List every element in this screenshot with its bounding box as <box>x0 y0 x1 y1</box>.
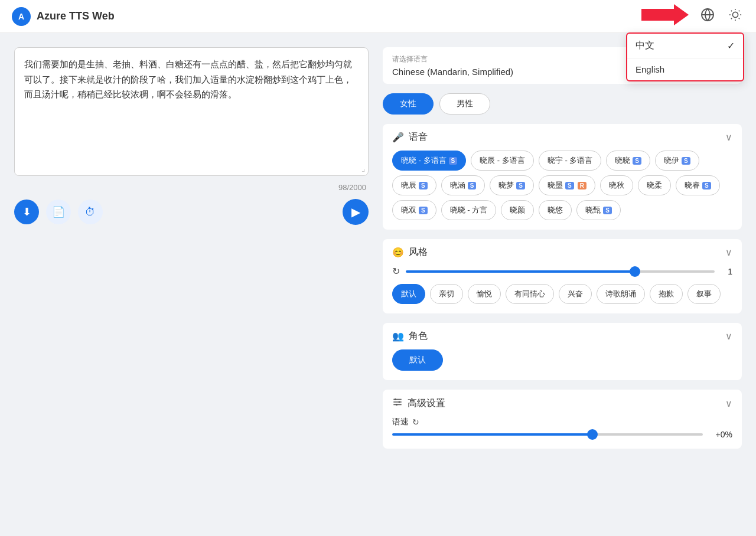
header-right: 中文 ✓ English <box>641 4 744 28</box>
toolbar: ⬇ 📄 ⏱ ▶ <box>14 199 369 225</box>
voice-label-15: 晓悠 <box>548 205 563 215</box>
speed-reset-icon[interactable]: ↻ <box>412 417 419 427</box>
svg-point-15 <box>399 401 400 403</box>
style-chevron-icon: ∨ <box>725 247 732 258</box>
main-content: 我们需要加的是生抽、老抽、料酒、白糖还有一点点的醋、盐，然后把它翻炒均匀就可以了… <box>0 33 756 463</box>
voice-label-9: 晓秋 <box>609 180 624 191</box>
voice-section-body: 晓晓 - 多语言S晓辰 - 多语言晓宇 - 多语言晓晓S晓伊S晓辰S晓涵S晓梦S… <box>383 151 742 230</box>
voice-button-15[interactable]: 晓悠 <box>539 200 572 220</box>
language-selected[interactable]: 中文 ✓ <box>627 34 743 58</box>
copy-button[interactable]: 📄 <box>46 200 71 224</box>
style-button-2[interactable]: 愉悦 <box>468 284 501 304</box>
advanced-section-body: 语速 ↻ +0% <box>383 417 742 449</box>
svg-line-6 <box>739 18 739 19</box>
advanced-section-header[interactable]: 高级设置 ∨ <box>383 390 742 417</box>
selected-lang-label: 中文 <box>636 40 654 52</box>
download-icon: ⬇ <box>22 205 31 218</box>
role-section-header[interactable]: 👥 角色 ∨ <box>383 323 742 349</box>
voice-button-10[interactable]: 晓柔 <box>638 175 671 195</box>
style-button-3[interactable]: 有同情心 <box>506 284 554 304</box>
badge-s-8: S <box>565 182 574 189</box>
style-intensity-slider[interactable] <box>406 270 715 273</box>
voice-button-5[interactable]: 晓辰S <box>392 175 436 195</box>
timer-button[interactable]: ⏱ <box>78 200 103 224</box>
style-button-4[interactable]: 兴奋 <box>559 284 592 304</box>
language-icon-button[interactable] <box>698 5 717 28</box>
voice-button-4[interactable]: 晓伊S <box>655 151 699 171</box>
lang-option-english[interactable]: English <box>627 58 743 80</box>
style-section-header[interactable]: 😊 风格 ∨ <box>383 239 742 266</box>
role-default-button[interactable]: 默认 <box>392 349 443 371</box>
role-chevron-icon: ∨ <box>725 331 732 342</box>
voice-button-11[interactable]: 晓睿S <box>676 175 720 195</box>
svg-line-9 <box>731 18 732 19</box>
voice-button-3[interactable]: 晓晓S <box>606 151 650 171</box>
badge-0: S <box>449 157 458 165</box>
voice-button-13[interactable]: 晓晓 - 方言 <box>441 200 497 220</box>
gender-row: 女性 男性 <box>383 93 742 115</box>
voice-button-16[interactable]: 晓甄S <box>576 200 621 220</box>
style-button-5[interactable]: 诗歌朗诵 <box>597 284 645 304</box>
voice-label-8: 晓墨 <box>548 180 563 191</box>
svg-point-2 <box>732 12 738 17</box>
role-section-body: 默认 <box>383 349 742 380</box>
voice-grid: 晓晓 - 多语言S晓辰 - 多语言晓宇 - 多语言晓晓S晓伊S晓辰S晓涵S晓梦S… <box>392 151 732 220</box>
play-icon: ▶ <box>351 205 360 219</box>
voice-button-6[interactable]: 晓涵S <box>441 175 485 195</box>
voice-button-7[interactable]: 晓梦S <box>490 175 534 195</box>
voice-button-2[interactable]: 晓宇 - 多语言 <box>539 151 602 171</box>
voice-label-0: 晓晓 - 多语言 <box>401 155 447 166</box>
role-section: 👥 角色 ∨ 默认 <box>383 323 742 380</box>
text-input[interactable]: 我们需要加的是生抽、老抽、料酒、白糖还有一点点的醋、盐，然后把它翻炒均匀就可以了… <box>24 57 359 164</box>
style-button-0[interactable]: 默认 <box>392 284 425 304</box>
arrow-icon <box>641 4 689 28</box>
style-reset-icon[interactable]: ↻ <box>392 266 400 277</box>
badge-12: S <box>419 207 428 214</box>
copy-icon: 📄 <box>52 205 65 218</box>
language-dropdown: 中文 ✓ English <box>626 32 744 81</box>
female-gender-button[interactable]: 女性 <box>383 93 434 115</box>
badge-6: S <box>468 182 477 189</box>
badge-3: S <box>633 157 641 165</box>
speed-slider[interactable] <box>392 433 703 436</box>
emoji-icon: 😊 <box>392 247 404 258</box>
voice-title-text: 语音 <box>409 131 428 143</box>
play-button[interactable]: ▶ <box>343 199 369 225</box>
style-section-body: ↻ 1 默认亲切愉悦有同情心兴奋诗歌朗诵抱歉叙事 <box>383 266 742 313</box>
checkmark-icon: ✓ <box>727 40 735 51</box>
voice-button-8[interactable]: 晓墨SR <box>539 175 595 195</box>
speed-value: +0% <box>709 430 732 439</box>
voice-button-14[interactable]: 晓颜 <box>501 200 534 220</box>
voice-label-16: 晓甄 <box>585 205 601 215</box>
download-button[interactable]: ⬇ <box>14 200 39 224</box>
voice-button-0[interactable]: 晓晓 - 多语言S <box>392 151 466 171</box>
role-section-title: 👥 角色 <box>392 330 428 342</box>
badge-5: S <box>419 182 428 189</box>
voice-button-1[interactable]: 晓辰 - 多语言 <box>471 151 534 171</box>
male-gender-button[interactable]: 男性 <box>439 93 490 115</box>
char-count: 98/2000 <box>14 183 369 192</box>
voice-label-5: 晓辰 <box>401 180 416 191</box>
style-slider-value: 1 <box>721 267 732 276</box>
style-button-1[interactable]: 亲切 <box>430 284 463 304</box>
badge-16: S <box>603 207 612 214</box>
left-panel: 我们需要加的是生抽、老抽、料酒、白糖还有一点点的醋、盐，然后把它翻炒均匀就可以了… <box>14 47 369 449</box>
voice-label-10: 晓柔 <box>647 180 662 191</box>
style-button-7[interactable]: 叙事 <box>687 284 721 304</box>
voice-button-12[interactable]: 晓双S <box>392 200 436 220</box>
theme-toggle-button[interactable] <box>726 6 744 27</box>
voice-label-4: 晓伊 <box>664 155 679 166</box>
voice-section-header[interactable]: 🎤 语音 ∨ <box>383 124 742 151</box>
style-button-6[interactable]: 抱歉 <box>650 284 683 304</box>
svg-point-16 <box>396 404 397 406</box>
voice-section: 🎤 语音 ∨ 晓晓 - 多语言S晓辰 - 多语言晓宇 - 多语言晓晓S晓伊S晓辰… <box>383 124 742 230</box>
timer-icon: ⏱ <box>85 206 96 218</box>
svg-line-5 <box>731 11 732 11</box>
style-section-title: 😊 风格 <box>392 246 428 259</box>
svg-line-10 <box>739 11 739 11</box>
voice-label-1: 晓辰 - 多语言 <box>480 155 525 166</box>
voice-button-9[interactable]: 晓秋 <box>600 175 633 195</box>
voice-section-title: 🎤 语音 <box>392 131 428 143</box>
style-section: 😊 风格 ∨ ↻ 1 默认亲切愉悦有同情心兴奋诗歌朗诵抱歉叙事 <box>383 239 742 313</box>
badge-r-8: R <box>578 182 586 189</box>
